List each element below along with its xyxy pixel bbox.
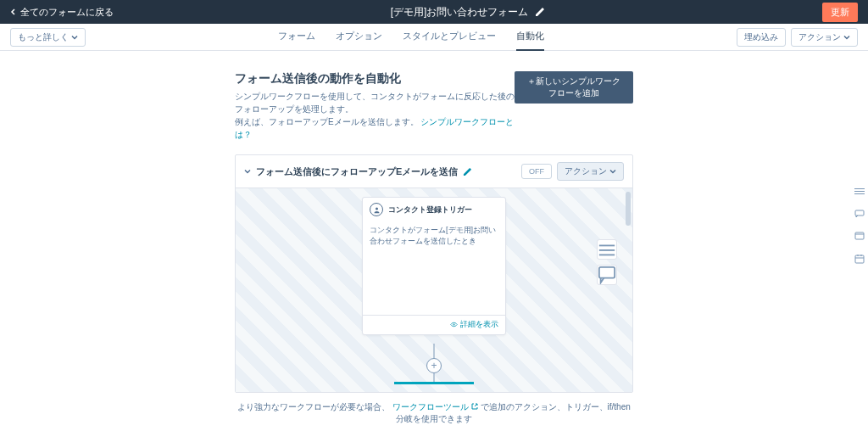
- user-icon: [370, 203, 383, 216]
- workflow-title: フォーム送信後にフォローアップEメールを送信: [256, 165, 458, 178]
- grip-icon: [598, 240, 616, 259]
- svg-point-0: [376, 207, 378, 210]
- calendar-icon: [854, 254, 865, 264]
- rail-item-1[interactable]: [854, 187, 865, 199]
- actions-dropdown[interactable]: アクション: [791, 28, 858, 47]
- page-title: [デモ用]お問い合わせフォーム: [391, 5, 529, 20]
- comment-icon: [854, 210, 865, 218]
- tool-drag[interactable]: [597, 239, 617, 260]
- tab-automation[interactable]: 自動化: [516, 23, 544, 51]
- pencil-icon[interactable]: [535, 7, 545, 17]
- rail-item-2[interactable]: [854, 209, 865, 221]
- svg-rect-2: [599, 245, 615, 247]
- svg-point-1: [453, 324, 455, 326]
- actions-label: アクション: [798, 31, 841, 43]
- update-button[interactable]: 更新: [822, 3, 858, 22]
- tool-comment[interactable]: [597, 265, 617, 285]
- more-label: もっと詳しく: [18, 31, 69, 43]
- list-icon: [854, 188, 865, 196]
- more-dropdown[interactable]: もっと詳しく: [10, 28, 86, 47]
- toggle-label: OFF: [529, 167, 544, 176]
- footer-text1: より強力なワークフローが必要な場合、: [237, 402, 390, 411]
- svg-rect-4: [599, 255, 615, 256]
- add-step-button[interactable]: +: [426, 358, 442, 373]
- svg-rect-5: [599, 267, 615, 278]
- chevron-down-icon: [843, 34, 850, 41]
- workflow-actions-label: アクション: [565, 165, 607, 177]
- svg-rect-8: [854, 193, 865, 194]
- workflow-canvas: コンタクト登録トリガー コンタクトがフォーム[デモ用]お問い合わせフォームを送信…: [236, 188, 632, 392]
- tab-style-preview[interactable]: スタイルとプレビュー: [403, 23, 496, 51]
- workflow-tool-link[interactable]: ワークフローツール: [392, 402, 481, 411]
- svg-rect-11: [855, 255, 864, 263]
- rail-item-4[interactable]: [854, 254, 865, 266]
- svg-rect-3: [599, 249, 615, 251]
- section-heading: フォーム送信後の動作を自動化: [235, 71, 515, 87]
- tab-options[interactable]: オプション: [336, 23, 382, 51]
- tab-form[interactable]: フォーム: [278, 23, 315, 51]
- svg-rect-6: [854, 188, 865, 189]
- svg-rect-10: [855, 232, 864, 239]
- workflow-toggle[interactable]: OFF: [521, 164, 552, 179]
- end-line: [394, 382, 474, 384]
- trigger-details-link[interactable]: 詳細を表示: [450, 319, 498, 330]
- chevron-left-icon: [10, 8, 17, 15]
- back-label: 全てのフォームに戻る: [20, 6, 114, 19]
- window-icon: [854, 231, 865, 241]
- rail-item-3[interactable]: [854, 231, 865, 243]
- scrollbar[interactable]: [626, 192, 631, 389]
- chevron-down-icon[interactable]: [244, 168, 251, 175]
- add-workflow-button[interactable]: ＋新しいシンプルワークフローを追加: [515, 71, 633, 104]
- trigger-body: コンタクトがフォーム[デモ用]お問い合わせフォームを送信したとき: [363, 221, 505, 315]
- scrollbar-thumb[interactable]: [626, 192, 631, 226]
- comment-icon: [598, 266, 616, 284]
- embed-button[interactable]: 埋め込み: [737, 28, 786, 47]
- desc-line2: 例えば、フォローアップEメールを送信します。: [235, 117, 419, 126]
- workflow-actions-dropdown[interactable]: アクション: [557, 162, 624, 181]
- svg-rect-7: [854, 191, 865, 192]
- trigger-card[interactable]: コンタクト登録トリガー コンタクトがフォーム[デモ用]お問い合わせフォームを送信…: [362, 197, 506, 335]
- eye-icon: [450, 321, 458, 328]
- back-link[interactable]: 全てのフォームに戻る: [10, 6, 114, 19]
- desc-line1: シンプルワークフローを使用して、コンタクトがフォームに反応した後のフォローアップ…: [235, 92, 515, 114]
- external-link-icon: [471, 403, 478, 410]
- workflow-card: フォーム送信後にフォローアップEメールを送信 OFF アクション: [235, 154, 633, 393]
- pencil-icon[interactable]: [463, 167, 472, 176]
- trigger-title: コンタクト登録トリガー: [388, 204, 472, 216]
- svg-rect-9: [855, 210, 864, 216]
- chevron-down-icon: [609, 168, 616, 175]
- chevron-down-icon: [71, 34, 78, 41]
- connector-line: [434, 373, 435, 382]
